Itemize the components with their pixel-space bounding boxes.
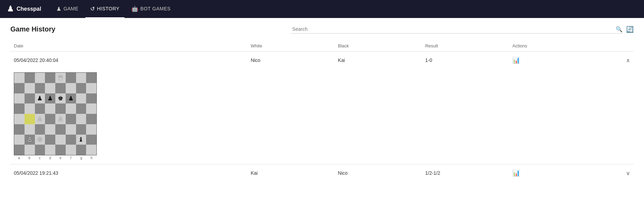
chess-cell-3-0 [14, 103, 25, 114]
refresh-button[interactable]: 🔄 [626, 26, 634, 33]
chess-cell-5-3 [45, 124, 55, 135]
game-actions-1: 📊 ∧ [509, 52, 634, 69]
col-label-e: e [55, 156, 66, 160]
page-title: Game History [10, 25, 55, 33]
chess-cell-3-6 [76, 103, 86, 114]
chess-cell-5-1 [25, 124, 35, 135]
chess-cell-7-6 [76, 145, 86, 155]
chess-cell-2-2: ♟ [35, 93, 45, 104]
chess-cell-1-1 [25, 83, 35, 93]
app-logo: ♟ [7, 4, 14, 13]
chess-cell-1-0 [14, 83, 25, 93]
chess-cell-3-2 [35, 103, 45, 114]
col-header-date: Date [10, 40, 247, 52]
chess-cell-6-0 [14, 135, 25, 145]
chess-cell-4-2: ♙ [35, 114, 45, 124]
navbar: ♟ Chesspal ♟ GAME ↺ HISTORY 🤖 BOT GAMES [0, 0, 644, 18]
col-label-g: g [76, 156, 86, 160]
chess-cell-0-7 [86, 73, 96, 83]
col-label-h: h [86, 156, 97, 160]
chess-piece: ♙ [58, 116, 63, 122]
chess-cell-0-6 [76, 73, 86, 83]
page-header: Game History 🔍 🔄 [10, 25, 634, 34]
chess-cell-2-1 [25, 93, 35, 104]
chess-cell-0-1 [25, 73, 35, 83]
app-brand: ♟ Chesspal [7, 4, 41, 13]
chess-cell-7-5 [66, 145, 76, 155]
col-label-a: a [14, 156, 24, 160]
chess-cell-4-1 [25, 114, 35, 124]
chess-cell-1-5 [66, 83, 76, 93]
chess-cell-1-6 [76, 83, 86, 93]
chess-cell-2-0 [14, 93, 25, 104]
chess-piece: ♟ [47, 95, 53, 101]
analyze-button-2[interactable]: 📊 [512, 169, 520, 177]
chess-cell-5-0 [14, 124, 25, 135]
chess-cell-1-2 [35, 83, 45, 93]
nav-history[interactable]: ↺ HISTORY [85, 0, 124, 18]
game-actions-2: 📊 ∨ [509, 164, 634, 182]
nav-bot-games[interactable]: 🤖 BOT GAMES [127, 0, 176, 18]
game-icon: ♟ [56, 6, 62, 12]
board-col-labels: a b c d e f g h [14, 155, 97, 161]
game-result-2: 1/2-1/2 [422, 164, 509, 182]
chess-piece: ♔ [37, 136, 43, 143]
chess-cell-7-1 [25, 145, 35, 155]
chess-cell-0-4: ♛ [55, 73, 66, 83]
chess-piece: ♟ [37, 95, 43, 101]
chess-cell-4-0 [14, 114, 25, 124]
chess-cell-4-6 [76, 114, 86, 124]
chess-cell-3-4 [55, 103, 66, 114]
chess-cell-2-3: ♟ [45, 93, 55, 104]
col-label-b: b [24, 156, 35, 160]
search-wrapper: 🔍 [291, 25, 623, 34]
collapse-button-1[interactable]: ∧ [626, 57, 630, 64]
chess-cell-3-7 [86, 103, 96, 114]
chess-cell-3-5 [66, 103, 76, 114]
col-header-white: White [247, 40, 334, 52]
app-name: Chesspal [17, 6, 41, 12]
chess-piece: ♚ [58, 95, 63, 101]
chess-cell-1-4 [55, 83, 66, 93]
chess-board: ♛♟♟♚♟♙♙♙♔♝ [14, 72, 97, 155]
search-input[interactable] [291, 25, 623, 33]
chess-cell-2-4: ♚ [55, 93, 66, 104]
chess-piece: ♙ [27, 136, 32, 143]
chess-cell-6-4 [55, 135, 66, 145]
col-label-d: d [45, 156, 55, 160]
col-label-c: c [35, 156, 45, 160]
nav-game[interactable]: ♟ GAME [52, 0, 83, 18]
table-row: 05/04/2022 19:21:43 Kai Nico 1/2-1/2 📊 ∨ [10, 164, 634, 182]
chess-cell-4-7 [86, 114, 96, 124]
chess-piece: ♙ [37, 116, 43, 122]
expanded-cell-1: ♛♟♟♚♟♙♙♙♔♝ a b c d e f g h [10, 69, 634, 164]
game-white-2: Kai [247, 164, 334, 182]
chess-cell-6-1: ♙ [25, 135, 35, 145]
analyze-button-1[interactable]: 📊 [512, 56, 520, 64]
chess-cell-7-0 [14, 145, 25, 155]
game-black-2: Nico [335, 164, 422, 182]
search-area: 🔍 🔄 [291, 25, 634, 34]
chess-cell-7-7 [86, 145, 96, 155]
chess-cell-2-7 [86, 93, 96, 104]
chess-cell-4-5 [66, 114, 76, 124]
game-date-2: 05/04/2022 19:21:43 [10, 164, 247, 182]
expanded-content-1: ♛♟♟♚♟♙♙♙♔♝ a b c d e f g h [10, 69, 634, 164]
history-icon: ↺ [90, 6, 95, 12]
col-header-actions: Actions [509, 40, 634, 52]
table-row: 05/04/2022 20:40:04 Nico Kai 1-0 📊 ∧ [10, 52, 634, 69]
bot-icon: 🤖 [131, 6, 139, 12]
game-white-1: Nico [247, 52, 334, 69]
col-label-f: f [66, 156, 76, 160]
game-date-1: 05/04/2022 20:40:04 [10, 52, 247, 69]
chess-cell-6-7 [86, 135, 96, 145]
main-content: Game History 🔍 🔄 Date White Black Result… [0, 18, 644, 209]
col-header-result: Result [422, 40, 509, 52]
chess-cell-5-5 [66, 124, 76, 135]
chess-cell-1-3 [45, 83, 55, 93]
expand-button-2[interactable]: ∨ [626, 170, 630, 176]
chess-cell-0-2 [35, 73, 45, 83]
search-button[interactable]: 🔍 [616, 26, 623, 33]
chess-cell-4-3 [45, 114, 55, 124]
chess-cell-4-4: ♙ [55, 114, 66, 124]
